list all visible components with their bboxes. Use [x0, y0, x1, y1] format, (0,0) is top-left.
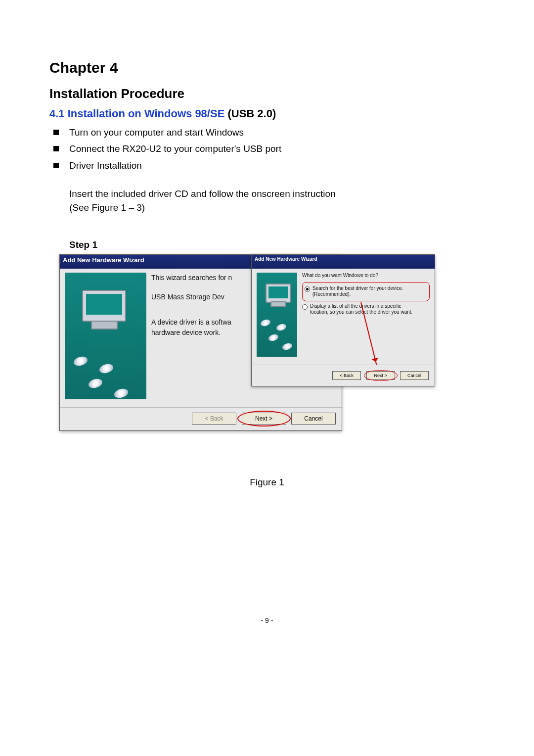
chapter-heading: Chapter 4 — [49, 59, 485, 76]
wizard1-art — [65, 273, 146, 399]
disk-icon — [268, 333, 278, 342]
list-item: Connect the RX20-U2 to your computer's U… — [49, 142, 485, 156]
list-item: Driver Installation — [49, 158, 485, 173]
radio-option-1[interactable]: Search for the best driver for your devi… — [305, 285, 427, 298]
indent-text: (See Figure 1 – 3) — [49, 200, 485, 215]
screenshot-group: Add New Hardware Wizard This wizard sear… — [59, 254, 425, 462]
next-button[interactable]: Next > — [366, 371, 395, 380]
radio-icon — [302, 304, 308, 310]
figure-caption: Figure 1 — [49, 477, 485, 488]
section-heading: 4.1 Installation on Windows 98/SE (USB 2… — [49, 107, 485, 120]
opt1-line: (Recommended). — [312, 291, 403, 298]
disk-icon — [74, 356, 88, 367]
list-item: Turn on your computer and start Windows — [49, 125, 485, 140]
disk-icon — [89, 378, 102, 389]
section-blue: 4.1 Installation on Windows 98/SE — [49, 107, 224, 120]
wizard2-text: What do you want Windows to do? Search f… — [302, 273, 430, 357]
disk-icon — [276, 323, 286, 331]
radio-selected-icon — [305, 286, 310, 292]
back-button[interactable]: < Back — [192, 413, 236, 425]
wizard2-title: Add New Hardware Wizard — [252, 255, 435, 269]
wizard2-art — [257, 273, 297, 357]
wizard2-prompt: What do you want Windows to do? — [302, 273, 430, 279]
disk-icon — [99, 363, 113, 375]
monitor-icon — [266, 284, 291, 303]
cancel-button[interactable]: Cancel — [291, 413, 336, 425]
back-button[interactable]: < Back — [332, 371, 361, 380]
indent-text: Insert the included driver CD and follow… — [49, 187, 485, 201]
section-suffix: (USB 2.0) — [224, 107, 276, 120]
disk-icon — [261, 319, 270, 327]
wizard2-buttonbar: < Back Next > Cancel — [252, 365, 435, 386]
opt1-line: Search for the best driver for your devi… — [312, 285, 403, 292]
cancel-button[interactable]: Cancel — [400, 371, 429, 380]
option-highlighted: Search for the best driver for your devi… — [302, 282, 430, 301]
wizard1-buttonbar: < Back Next > Cancel — [60, 407, 342, 430]
bullet-list: Turn on your computer and start Windows … — [49, 125, 485, 173]
page-title: Installation Procedure — [49, 86, 485, 101]
page-number: - 9 - — [49, 616, 485, 624]
disk-icon — [282, 342, 292, 351]
step-label: Step 1 — [69, 239, 485, 250]
wizard-window-2: Add New Hardware Wizard What do you want… — [251, 254, 435, 386]
radio-option-2[interactable]: Display a list of all the drivers in a s… — [302, 303, 430, 316]
next-button[interactable]: Next > — [242, 413, 286, 425]
monitor-icon — [82, 290, 126, 322]
opt2-line: location, so you can select the driver y… — [310, 309, 412, 316]
disk-icon — [114, 388, 128, 399]
